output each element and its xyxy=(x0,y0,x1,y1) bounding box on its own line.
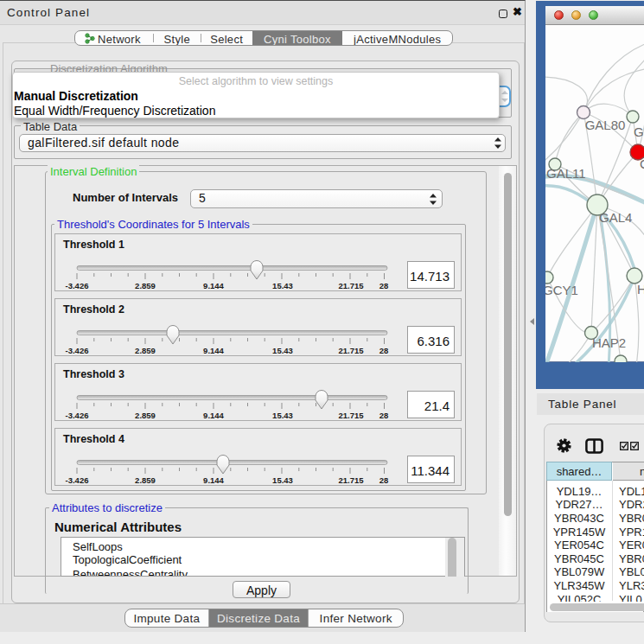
svg-text:-3.426: -3.426 xyxy=(66,475,89,485)
svg-text:9.144: 9.144 xyxy=(203,475,224,485)
svg-text:15.43: 15.43 xyxy=(272,411,293,420)
svg-text:28: 28 xyxy=(379,411,389,420)
svg-text:15.43: 15.43 xyxy=(272,475,293,485)
svg-text:2.859: 2.859 xyxy=(135,411,156,420)
svg-text:GCY1: GCY1 xyxy=(545,283,578,297)
svg-text:9.144: 9.144 xyxy=(203,346,224,355)
svg-text:9.144: 9.144 xyxy=(203,411,224,420)
svg-text:-3.426: -3.426 xyxy=(66,346,89,355)
svg-text:28: 28 xyxy=(379,475,389,485)
svg-text:-3.426: -3.426 xyxy=(66,411,89,420)
svg-text:2.859: 2.859 xyxy=(135,475,156,485)
svg-text:15.43: 15.43 xyxy=(272,346,293,355)
svg-text:H: H xyxy=(637,282,644,296)
svg-text:2.859: 2.859 xyxy=(135,346,156,355)
svg-text:G: G xyxy=(634,124,644,139)
svg-text:21.715: 21.715 xyxy=(338,346,364,355)
svg-text:28: 28 xyxy=(379,346,389,355)
svg-text:GAL4: GAL4 xyxy=(599,210,632,225)
svg-text:GAL80: GAL80 xyxy=(585,118,626,132)
svg-text:9.144: 9.144 xyxy=(203,281,224,290)
svg-text:21.715: 21.715 xyxy=(338,281,364,290)
svg-text:GAL11: GAL11 xyxy=(546,166,586,181)
svg-text:-3.426: -3.426 xyxy=(66,281,89,290)
svg-text:C: C xyxy=(640,156,644,171)
svg-text:28: 28 xyxy=(379,281,389,290)
svg-text:21.715: 21.715 xyxy=(338,475,364,485)
svg-text:HAP2: HAP2 xyxy=(592,335,626,350)
svg-text:2.859: 2.859 xyxy=(135,281,156,290)
svg-text:15.43: 15.43 xyxy=(272,281,293,290)
svg-text:21.715: 21.715 xyxy=(338,411,364,420)
